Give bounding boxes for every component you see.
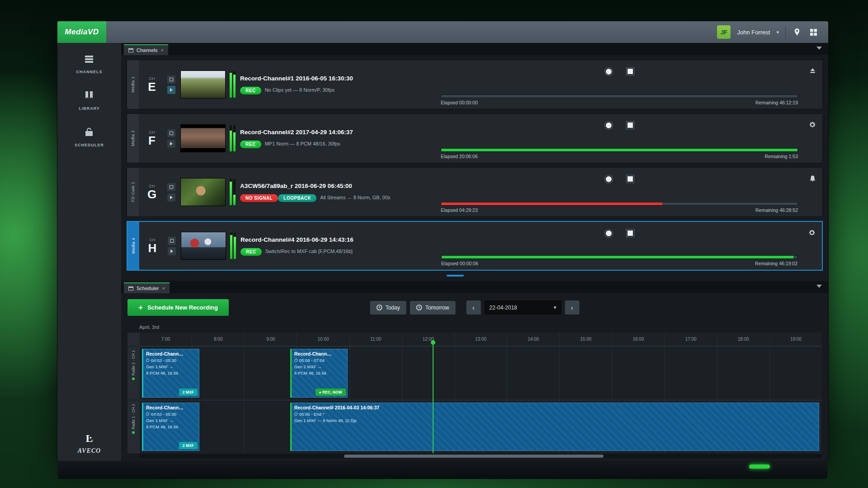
apps-grid-icon[interactable] [808, 27, 818, 37]
clock-icon [416, 305, 422, 310]
stop-button[interactable] [625, 66, 635, 76]
date-select[interactable]: 22-04-2018 ▾ [484, 300, 561, 314]
tab-channels[interactable]: Channels × [124, 44, 168, 55]
status-badge: REC [241, 248, 262, 256]
channels-panel: Media 1 CH E Record-Channel#1 2016-06-05… [121, 55, 828, 281]
close-icon[interactable]: × [162, 286, 165, 291]
brand-wordmark: AVECO [78, 447, 101, 455]
channel-row[interactable]: Media 2 CH F Record-Channel#2 2017-04-29… [127, 113, 823, 163]
channel-id: CH F [139, 114, 165, 163]
recording-details: All Streams → 8 Norm, GB, 00s [320, 195, 390, 200]
time-label: 7:00 [139, 333, 192, 346]
scheduled-recording-card[interactable]: Record-Channel# 2016-04-03 14:06:37 05:0… [290, 403, 819, 451]
chevron-down-icon[interactable]: ▾ [776, 29, 779, 35]
stop-button[interactable] [625, 174, 635, 184]
gear-icon[interactable] [802, 114, 822, 163]
preview-button[interactable] [167, 193, 175, 202]
sidebar: CHANNELS LIBRARY SCHEDULER Ŀ AVECO [57, 43, 121, 461]
user-name[interactable]: John Forrest [737, 29, 770, 36]
channel-letter: G [147, 188, 156, 200]
today-button[interactable]: Today [370, 301, 406, 314]
panel-icon [128, 48, 133, 52]
elapsed-label: Elapsed 00:00:00 [441, 100, 478, 105]
avatar[interactable]: JF [717, 25, 731, 39]
video-thumbnail[interactable] [180, 178, 226, 206]
scheduled-recording-card[interactable]: Record-Chann… 04:03 - 05:30 Gen 1 MXF → … [142, 403, 199, 451]
eject-icon[interactable] [802, 60, 822, 109]
schedule-new-recording-button[interactable]: + Schedule New Recording [127, 299, 229, 316]
channel-letter: E [148, 81, 156, 93]
now-marker-line [433, 343, 434, 453]
collapse-channels-icon[interactable] [816, 47, 822, 50]
next-day-button[interactable]: › [565, 300, 579, 314]
timeline-lane[interactable]: Record-Chann… 04:03 - 05:30 Gen 1 MXF → … [139, 346, 822, 400]
channel-row[interactable]: Media 1 CH E Record-Channel#1 2016-06-05… [127, 60, 823, 109]
channels-scrollbar[interactable] [127, 275, 823, 277]
expand-button[interactable] [167, 129, 175, 137]
elapsed-label: Elapsed 00:00:06 [441, 261, 478, 266]
stop-button[interactable] [625, 228, 635, 238]
scheduler-tabbar: Scheduler × [121, 281, 828, 293]
recording-title: Record-Channel#4 2016-06-29 14:43:16 [241, 236, 435, 243]
channel-strip: Media 2 [127, 114, 139, 163]
remaining-label: Remaining 46:12:19 [755, 100, 798, 105]
tab-scheduler[interactable]: Scheduler × [124, 282, 170, 293]
time-label: 14:00 [507, 333, 559, 346]
clock-icon [294, 359, 297, 362]
bell-icon[interactable] [802, 168, 822, 216]
recording-title: A3CW56/7a89ab_r 2016-06-29 06:45:00 [240, 183, 434, 189]
expand-button[interactable] [168, 237, 176, 245]
sidebar-item-label: LIBRARY [79, 106, 100, 111]
channel-row-selected[interactable]: Media 4 CH H Record-Channel#4 2016-06-29… [127, 221, 823, 271]
sidebar-item-library[interactable]: LIBRARY [79, 90, 100, 111]
recording-details: MP1 Norm — 8 PCM 48/16, 30fps [265, 141, 340, 146]
date-caption: April, 3rd [121, 322, 828, 333]
titlebar: MediaVD JF John Forrest ▾ [57, 21, 828, 43]
sidebar-item-channels[interactable]: CHANNELS [76, 55, 102, 74]
scheduled-recording-card[interactable]: Record-Chann… 05:08 - 07:04 Gen 2 MXF → … [290, 349, 348, 398]
panel-icon [128, 286, 133, 291]
preview-button[interactable] [167, 140, 175, 148]
progress-bar [441, 148, 798, 152]
strip-label: Media 4 [131, 238, 136, 254]
clock-icon [294, 413, 297, 416]
tomorrow-button[interactable]: Tomorrow [410, 301, 456, 314]
audio-meters [229, 222, 237, 270]
channel-id: CH G [139, 168, 165, 216]
preview-button[interactable] [168, 247, 176, 255]
expand-button[interactable] [167, 183, 175, 191]
progress-bar [441, 94, 798, 98]
video-thumbnail[interactable] [180, 70, 226, 99]
clock-icon [146, 413, 149, 416]
record-button[interactable] [604, 174, 613, 184]
timeline-lane[interactable]: Record-Chann… 04:03 - 05:30 Gen 1 MXF → … [139, 400, 822, 454]
sidebar-item-label: SCHEDULER [75, 143, 104, 147]
video-thumbnail[interactable] [180, 124, 226, 152]
time-label: 9:00 [244, 333, 297, 346]
audio-meters [228, 114, 236, 163]
stop-button[interactable] [625, 120, 635, 130]
library-icon [84, 90, 94, 102]
scheduled-recording-card[interactable]: Record-Chann… 04:03 - 05:30 Gen 1 MXF → … [142, 349, 199, 398]
status-badge: NO SIGNAL [240, 194, 278, 202]
collapse-scheduler-icon[interactable] [816, 285, 822, 288]
channel-strip: FD Cam 1 [127, 168, 139, 216]
time-label: 8:00 [192, 333, 244, 346]
record-button[interactable] [604, 120, 613, 130]
sidebar-item-scheduler[interactable]: SCHEDULER [75, 127, 104, 147]
scheduler-scrollbar[interactable] [139, 454, 822, 458]
channel-row[interactable]: FD Cam 1 CH G A3CW56/7a89ab_r 2016-06-29… [127, 167, 823, 217]
expand-button[interactable] [167, 75, 175, 84]
location-pin-icon[interactable] [792, 27, 802, 37]
video-thumbnail[interactable] [181, 232, 226, 260]
record-button[interactable] [604, 66, 613, 76]
progress-bar [441, 202, 798, 206]
preview-button[interactable] [167, 86, 175, 94]
close-icon[interactable]: × [160, 47, 163, 53]
time-label: 19:00 [769, 333, 822, 346]
gear-icon[interactable] [802, 222, 822, 270]
time-label: 16:00 [612, 333, 664, 346]
record-button[interactable] [604, 228, 613, 238]
prev-day-button[interactable]: ‹ [466, 300, 481, 314]
recording-details: No Clips yet — 8 Norm/P, 30fps [265, 87, 335, 93]
